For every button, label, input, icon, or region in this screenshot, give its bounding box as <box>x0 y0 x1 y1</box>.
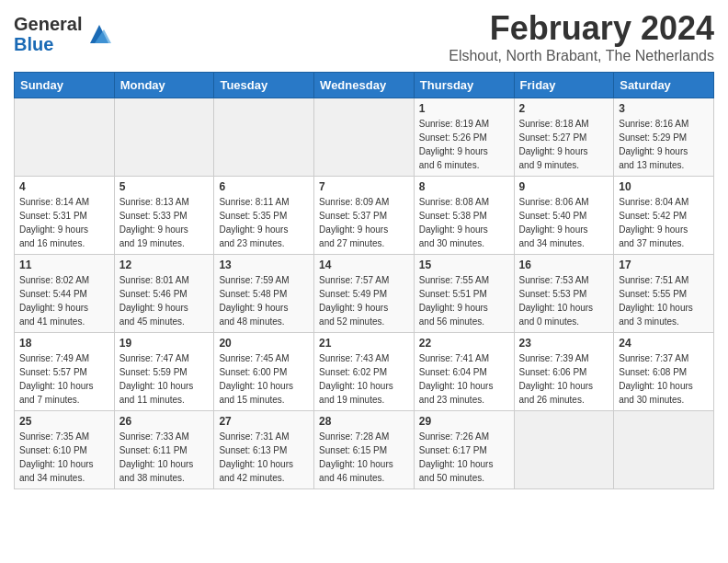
day-info: Sunrise: 8:11 AM Sunset: 5:35 PM Dayligh… <box>219 195 309 250</box>
header-saturday: Saturday <box>614 73 714 98</box>
day-number: 20 <box>219 337 309 350</box>
day-info: Sunrise: 8:09 AM Sunset: 5:37 PM Dayligh… <box>319 195 409 250</box>
day-number: 17 <box>619 259 709 271</box>
calendar-cell: 4Sunrise: 8:14 AM Sunset: 5:31 PM Daylig… <box>15 177 115 255</box>
day-info: Sunrise: 8:01 AM Sunset: 5:46 PM Dayligh… <box>119 273 210 328</box>
calendar-cell: 19Sunrise: 7:47 AM Sunset: 5:59 PM Dayli… <box>114 333 214 411</box>
day-number: 21 <box>319 337 409 350</box>
week-row-5: 25Sunrise: 7:35 AM Sunset: 6:10 PM Dayli… <box>15 411 714 489</box>
day-info: Sunrise: 8:16 AM Sunset: 5:29 PM Dayligh… <box>619 117 709 172</box>
calendar-cell: 1Sunrise: 8:19 AM Sunset: 5:26 PM Daylig… <box>414 98 514 177</box>
calendar-cell <box>514 411 614 489</box>
logo-line2: Blue <box>14 34 82 54</box>
day-info: Sunrise: 7:35 AM Sunset: 6:10 PM Dayligh… <box>19 430 109 485</box>
day-info: Sunrise: 7:59 AM Sunset: 5:48 PM Dayligh… <box>219 273 309 328</box>
calendar-cell: 7Sunrise: 8:09 AM Sunset: 5:37 PM Daylig… <box>314 177 415 255</box>
day-number: 7 <box>319 180 409 193</box>
calendar-cell: 15Sunrise: 7:55 AM Sunset: 5:51 PM Dayli… <box>414 255 514 333</box>
day-number: 19 <box>119 337 210 350</box>
week-row-2: 4Sunrise: 8:14 AM Sunset: 5:31 PM Daylig… <box>15 177 714 255</box>
location: Elshout, North Brabant, The Netherlands <box>449 48 714 64</box>
day-info: Sunrise: 8:02 AM Sunset: 5:44 PM Dayligh… <box>19 273 109 328</box>
day-number: 27 <box>219 415 309 428</box>
day-number: 15 <box>419 259 509 271</box>
day-number: 25 <box>19 415 109 428</box>
day-number: 14 <box>319 259 409 271</box>
day-info: Sunrise: 7:57 AM Sunset: 5:49 PM Dayligh… <box>319 273 409 328</box>
title-area: February 2024 Elshout, North Brabant, Th… <box>449 9 714 64</box>
day-number: 1 <box>419 102 509 115</box>
month-year: February 2024 <box>449 9 714 48</box>
day-info: Sunrise: 8:14 AM Sunset: 5:31 PM Dayligh… <box>19 195 109 250</box>
calendar-cell: 16Sunrise: 7:53 AM Sunset: 5:53 PM Dayli… <box>514 255 614 333</box>
day-number: 22 <box>419 337 509 350</box>
calendar-cell: 21Sunrise: 7:43 AM Sunset: 6:02 PM Dayli… <box>314 333 415 411</box>
calendar-cell <box>15 98 115 177</box>
day-info: Sunrise: 7:43 AM Sunset: 6:02 PM Dayligh… <box>319 351 409 407</box>
day-info: Sunrise: 8:06 AM Sunset: 5:40 PM Dayligh… <box>519 195 609 250</box>
week-row-4: 18Sunrise: 7:49 AM Sunset: 5:57 PM Dayli… <box>15 333 714 411</box>
day-number: 16 <box>519 259 609 271</box>
week-row-3: 11Sunrise: 8:02 AM Sunset: 5:44 PM Dayli… <box>15 255 714 333</box>
header-row: SundayMondayTuesdayWednesdayThursdayFrid… <box>15 73 714 98</box>
day-number: 3 <box>619 102 709 115</box>
day-info: Sunrise: 7:41 AM Sunset: 6:04 PM Dayligh… <box>419 351 509 407</box>
day-number: 5 <box>119 180 210 193</box>
header-wednesday: Wednesday <box>314 73 415 98</box>
calendar-cell <box>614 411 714 489</box>
logo-line1: General <box>14 14 82 34</box>
calendar-table: SundayMondayTuesdayWednesdayThursdayFrid… <box>14 72 714 489</box>
day-info: Sunrise: 8:13 AM Sunset: 5:33 PM Dayligh… <box>119 195 210 250</box>
calendar-cell: 6Sunrise: 8:11 AM Sunset: 5:35 PM Daylig… <box>214 177 314 255</box>
day-info: Sunrise: 7:39 AM Sunset: 6:06 PM Dayligh… <box>519 351 609 407</box>
day-info: Sunrise: 7:37 AM Sunset: 6:08 PM Dayligh… <box>619 351 709 407</box>
day-info: Sunrise: 7:51 AM Sunset: 5:55 PM Dayligh… <box>619 273 709 328</box>
calendar-cell: 3Sunrise: 8:16 AM Sunset: 5:29 PM Daylig… <box>614 98 714 177</box>
calendar-cell: 11Sunrise: 8:02 AM Sunset: 5:44 PM Dayli… <box>15 255 115 333</box>
calendar-cell: 23Sunrise: 7:39 AM Sunset: 6:06 PM Dayli… <box>514 333 614 411</box>
day-number: 12 <box>119 259 210 271</box>
calendar-cell: 26Sunrise: 7:33 AM Sunset: 6:11 PM Dayli… <box>114 411 214 489</box>
day-number: 23 <box>519 337 609 350</box>
day-info: Sunrise: 7:28 AM Sunset: 6:15 PM Dayligh… <box>319 430 409 485</box>
calendar-cell: 10Sunrise: 8:04 AM Sunset: 5:42 PM Dayli… <box>614 177 714 255</box>
day-info: Sunrise: 8:08 AM Sunset: 5:38 PM Dayligh… <box>419 195 509 250</box>
day-info: Sunrise: 7:55 AM Sunset: 5:51 PM Dayligh… <box>419 273 509 328</box>
day-number: 8 <box>419 180 509 193</box>
calendar-cell: 12Sunrise: 8:01 AM Sunset: 5:46 PM Dayli… <box>114 255 214 333</box>
day-number: 29 <box>419 415 509 428</box>
day-number: 10 <box>619 180 709 193</box>
calendar-cell: 27Sunrise: 7:31 AM Sunset: 6:13 PM Dayli… <box>214 411 314 489</box>
calendar-cell: 2Sunrise: 8:18 AM Sunset: 5:27 PM Daylig… <box>514 98 614 177</box>
day-number: 6 <box>219 180 309 193</box>
calendar-cell: 8Sunrise: 8:08 AM Sunset: 5:38 PM Daylig… <box>414 177 514 255</box>
day-number: 28 <box>319 415 409 428</box>
calendar-cell: 13Sunrise: 7:59 AM Sunset: 5:48 PM Dayli… <box>214 255 314 333</box>
header-friday: Friday <box>514 73 614 98</box>
day-info: Sunrise: 8:19 AM Sunset: 5:26 PM Dayligh… <box>419 117 509 172</box>
calendar-cell: 20Sunrise: 7:45 AM Sunset: 6:00 PM Dayli… <box>214 333 314 411</box>
day-number: 9 <box>519 180 609 193</box>
header-sunday: Sunday <box>15 73 115 98</box>
day-info: Sunrise: 7:26 AM Sunset: 6:17 PM Dayligh… <box>419 430 509 485</box>
day-number: 24 <box>619 337 709 350</box>
day-number: 18 <box>19 337 109 350</box>
calendar-cell: 24Sunrise: 7:37 AM Sunset: 6:08 PM Dayli… <box>614 333 714 411</box>
day-number: 4 <box>19 180 109 193</box>
calendar-cell: 5Sunrise: 8:13 AM Sunset: 5:33 PM Daylig… <box>114 177 214 255</box>
calendar-cell: 14Sunrise: 7:57 AM Sunset: 5:49 PM Dayli… <box>314 255 415 333</box>
week-row-1: 1Sunrise: 8:19 AM Sunset: 5:26 PM Daylig… <box>15 98 714 177</box>
calendar-cell: 22Sunrise: 7:41 AM Sunset: 6:04 PM Dayli… <box>414 333 514 411</box>
calendar-cell: 18Sunrise: 7:49 AM Sunset: 5:57 PM Dayli… <box>15 333 115 411</box>
day-info: Sunrise: 7:53 AM Sunset: 5:53 PM Dayligh… <box>519 273 609 328</box>
calendar-header: SundayMondayTuesdayWednesdayThursdayFrid… <box>15 73 714 98</box>
header-thursday: Thursday <box>414 73 514 98</box>
day-info: Sunrise: 7:31 AM Sunset: 6:13 PM Dayligh… <box>219 430 309 485</box>
calendar-cell <box>214 98 314 177</box>
header: General Blue February 2024 Elshout, Nort… <box>14 9 714 64</box>
calendar-cell <box>114 98 214 177</box>
day-number: 11 <box>19 259 109 271</box>
header-monday: Monday <box>114 73 214 98</box>
calendar-cell: 25Sunrise: 7:35 AM Sunset: 6:10 PM Dayli… <box>15 411 115 489</box>
day-number: 13 <box>219 259 309 271</box>
